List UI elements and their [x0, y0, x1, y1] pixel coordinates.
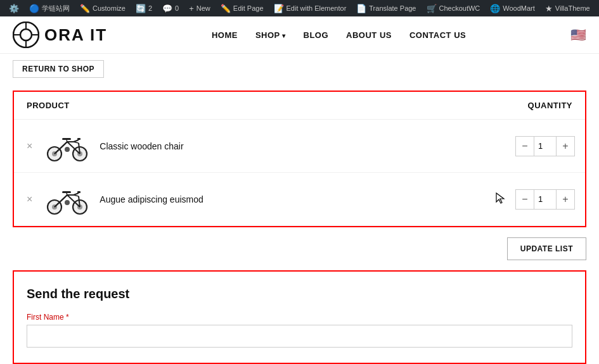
- product-image-1: [45, 129, 89, 163]
- column-header-quantity: QUANTITY: [528, 101, 572, 110]
- woodmart-label: WoodMart: [503, 4, 535, 12]
- customize-label: Customize: [93, 4, 126, 12]
- updates-icon: 🔄: [136, 4, 146, 13]
- qty-control-1: − +: [515, 136, 575, 156]
- admin-bar-wp-icon[interactable]: ⚙️: [4, 0, 24, 16]
- site-label: 学链站网: [42, 4, 70, 13]
- cursor-hint: [495, 192, 505, 207]
- customize-icon: ✏️: [80, 4, 90, 13]
- admin-bar-comments[interactable]: 💬 0: [157, 0, 184, 16]
- table-row: ×: [14, 120, 585, 173]
- comments-icon: 💬: [162, 4, 172, 13]
- first-name-input[interactable]: [27, 325, 572, 348]
- admin-bar-checkout[interactable]: 🛒 CheckoutWC: [422, 0, 486, 16]
- nav-bar: ORA IT HOME SHOP BLOG ABOUT US CONTACT U…: [0, 16, 599, 54]
- admin-bar-site[interactable]: 🔵 学链站网: [24, 0, 75, 16]
- comments-count: 0: [175, 4, 179, 12]
- bike-image-1: [46, 130, 89, 162]
- admin-bar-woodmart[interactable]: 🌐 WoodMart: [485, 0, 540, 16]
- qty-input-2[interactable]: [534, 190, 557, 209]
- form-title: Send the request: [27, 287, 572, 301]
- svg-rect-32: [77, 191, 81, 193]
- updates-count: 2: [148, 4, 152, 12]
- svg-line-35: [74, 195, 79, 196]
- nav-home[interactable]: HOME: [212, 30, 238, 40]
- first-name-field-group: First Name *: [27, 313, 572, 348]
- admin-bar-updates[interactable]: 🔄 2: [131, 0, 157, 16]
- svg-line-15: [67, 140, 67, 142]
- villatheme-icon: ★: [545, 4, 553, 13]
- product-name-2: Augue adipiscing euismod: [100, 194, 447, 204]
- logo-area[interactable]: ORA IT: [13, 22, 107, 48]
- request-form: Send the request First Name *: [13, 270, 586, 364]
- qty-decrease-2[interactable]: −: [516, 190, 534, 209]
- svg-point-1: [20, 29, 32, 41]
- main-nav: HOME SHOP BLOG ABOUT US CONTACT US: [212, 30, 466, 40]
- product-image-2: [45, 182, 89, 217]
- admin-bar-translate[interactable]: 📄 Translate Page: [351, 0, 421, 16]
- admin-bar-villatheme[interactable]: ★ VillaTheme: [540, 0, 595, 16]
- translate-label: Translate Page: [369, 4, 416, 12]
- qty-decrease-1[interactable]: −: [516, 137, 534, 156]
- svg-line-20: [74, 142, 79, 143]
- villatheme-label: VillaTheme: [555, 4, 590, 12]
- qty-control-2: − +: [515, 189, 575, 210]
- admin-bar-new[interactable]: + New: [184, 0, 216, 16]
- logo-icon: [13, 22, 39, 48]
- update-row: UPDATE LIST: [13, 237, 586, 260]
- svg-point-33: [65, 200, 70, 205]
- nav-about[interactable]: ABOUT US: [346, 30, 392, 40]
- new-icon: +: [189, 4, 194, 13]
- admin-bar-edit-page[interactable]: ✏️ Edit Page: [216, 0, 269, 16]
- column-header-product: PRODUCT: [27, 101, 70, 110]
- cursor-icon: [495, 192, 505, 204]
- table-header: PRODUCT QUANTITY: [14, 92, 585, 120]
- checkout-icon: 🛒: [427, 4, 437, 13]
- update-list-button[interactable]: UPDATE LIST: [507, 237, 586, 260]
- elementor-icon: 📝: [274, 4, 284, 13]
- bike-image-2: [46, 184, 89, 215]
- product-table: PRODUCT QUANTITY ×: [13, 91, 586, 227]
- first-name-label: First Name *: [27, 313, 572, 322]
- edit-page-label: Edit Page: [233, 4, 264, 12]
- return-to-shop-button[interactable]: RETURN TO SHOP: [13, 60, 104, 78]
- svg-rect-17: [77, 138, 81, 140]
- new-label: New: [196, 4, 210, 12]
- woodmart-icon: 🌐: [490, 4, 500, 13]
- admin-bar: ⚙️ 🔵 学链站网 ✏️ Customize 🔄 2 💬 0 + New ✏️ …: [0, 0, 599, 16]
- qty-increase-2[interactable]: +: [557, 190, 574, 209]
- table-row: ×: [14, 173, 585, 226]
- elementor-label: Edit with Elementor: [287, 4, 347, 12]
- main-content: PRODUCT QUANTITY ×: [0, 84, 599, 364]
- svg-rect-29: [62, 191, 71, 193]
- admin-bar-customize[interactable]: ✏️ Customize: [75, 0, 131, 16]
- logo-text: ORA IT: [44, 25, 107, 45]
- svg-line-30: [67, 193, 67, 195]
- edit-page-icon: ✏️: [221, 4, 231, 13]
- checkout-label: CheckoutWC: [439, 4, 480, 12]
- qty-increase-1[interactable]: +: [557, 137, 574, 156]
- remove-item-2-button[interactable]: ×: [24, 194, 35, 205]
- site-icon: 🔵: [29, 4, 39, 13]
- qty-input-1[interactable]: [534, 137, 557, 156]
- wp-icon: ⚙️: [9, 4, 19, 13]
- svg-rect-14: [62, 138, 71, 140]
- nav-shop[interactable]: SHOP: [255, 30, 286, 40]
- language-flag[interactable]: 🇺🇸: [570, 27, 586, 42]
- nav-blog[interactable]: BLOG: [304, 30, 329, 40]
- product-name-1: Classic wooden chair: [100, 141, 505, 151]
- remove-item-1-button[interactable]: ×: [24, 141, 35, 152]
- translate-icon: 📄: [356, 4, 366, 13]
- nav-contact[interactable]: CONTACT US: [409, 30, 466, 40]
- return-bar: RETURN TO SHOP: [0, 54, 599, 84]
- required-marker: *: [64, 313, 69, 322]
- svg-point-18: [65, 147, 70, 152]
- first-name-label-text: First Name: [27, 313, 64, 322]
- admin-bar-elementor[interactable]: 📝 Edit with Elementor: [269, 0, 352, 16]
